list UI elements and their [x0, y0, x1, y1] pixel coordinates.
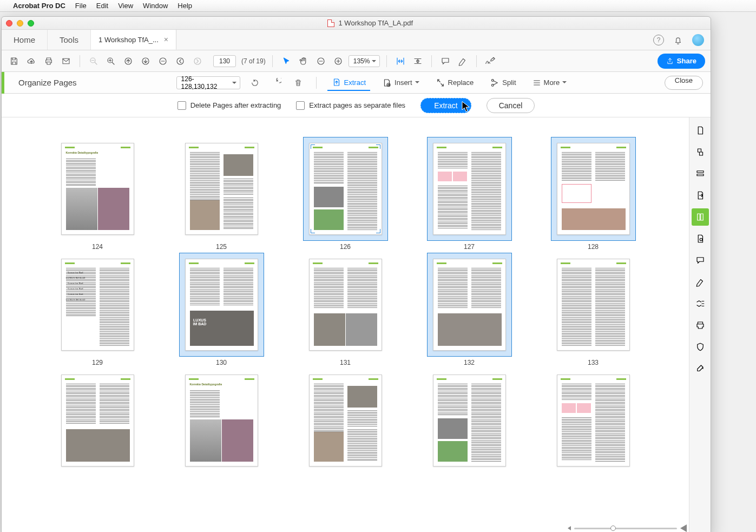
menubar-app[interactable]: Acrobat Pro DC [13, 2, 65, 10]
comment-icon[interactable] [438, 54, 452, 68]
save-icon[interactable] [7, 54, 21, 68]
page-thumbnail[interactable]: Korrekte Detailtypografie 124 [37, 137, 159, 251]
page-number-icon[interactable] [156, 54, 170, 68]
minimize-window-button[interactable] [17, 20, 23, 27]
page-thumbnails-grid[interactable]: Korrekte Detailtypografie 124 125 126 12… [2, 117, 689, 532]
insert-tool[interactable]: Insert [378, 75, 424, 91]
rail-enhance-icon[interactable] [692, 230, 709, 247]
rail-protect-icon[interactable] [692, 338, 709, 356]
extract-button[interactable]: Extract [420, 98, 471, 113]
rail-combine-icon[interactable] [692, 143, 709, 161]
fit-width-icon[interactable] [393, 54, 407, 68]
pdf-file-icon [327, 19, 334, 27]
rail-more-tools-icon[interactable] [692, 360, 709, 377]
right-tool-rail [689, 117, 711, 532]
more-tool[interactable]: More [528, 75, 571, 91]
rail-print-prod-icon[interactable] [692, 317, 709, 334]
close-tool-button[interactable]: Close [665, 76, 703, 90]
page-thumbnail[interactable]: Luxus im BadLUXUS IM BADLuxus im BadLuxu… [37, 253, 159, 366]
thumbnails-area: Korrekte Detailtypografie 124 125 126 12… [2, 117, 711, 532]
zoom-track[interactable] [574, 528, 677, 529]
checkbox-icon [178, 101, 186, 110]
zoom-in-icon[interactable] [331, 54, 345, 68]
page-thumbnail[interactable]: 127 [409, 137, 530, 251]
zoom-select[interactable]: 135% [349, 55, 380, 67]
menu-edit[interactable]: Edit [96, 2, 108, 10]
zoom-out-magnifier-icon[interactable] [87, 54, 101, 68]
delete-after-checkbox[interactable]: Delete Pages after extracting [178, 101, 281, 110]
page-range-input[interactable]: 126-128,130,132 [176, 76, 240, 89]
tools-link[interactable]: Tools [48, 30, 91, 50]
page-thumbnail[interactable]: LUXUSIM BAD 130 [161, 253, 282, 366]
thumbnail-zoom-slider[interactable] [568, 523, 687, 532]
rail-fill-sign-icon[interactable] [692, 273, 709, 291]
page-thumbnail[interactable] [37, 369, 159, 475]
notifications-bell-icon[interactable] [672, 34, 685, 47]
organize-pages-bar: Organize Pages 126-128,130,132 Extract I… [2, 72, 711, 94]
share-button[interactable]: Share [658, 54, 705, 69]
home-link[interactable]: Home [2, 30, 48, 50]
account-avatar[interactable] [692, 34, 704, 46]
page-thumbnail[interactable]: Korrekte Detailtypografie [161, 369, 282, 475]
page-thumbnail[interactable] [285, 369, 406, 475]
print-icon[interactable] [42, 54, 56, 68]
rotate-cw-icon[interactable] [269, 76, 284, 90]
zoom-small-icon [568, 526, 571, 530]
menu-help[interactable]: Help [178, 2, 192, 10]
close-window-button[interactable] [6, 20, 12, 27]
page-number-input[interactable] [213, 55, 236, 67]
page-thumbnail[interactable]: 132 [409, 253, 530, 366]
email-icon[interactable] [59, 54, 73, 68]
svg-rect-15 [697, 214, 700, 220]
hand-tool-icon[interactable] [297, 54, 311, 68]
page-thumbnail[interactable]: 126 [285, 137, 406, 251]
rail-comment-icon[interactable] [692, 252, 709, 269]
first-page-icon[interactable] [121, 54, 135, 68]
highlight-icon[interactable] [456, 54, 470, 68]
page-thumbnail[interactable]: 133 [533, 253, 654, 366]
page-thumbnail[interactable] [533, 369, 654, 475]
page-thumbnail[interactable]: 125 [161, 137, 282, 251]
rail-create-pdf-icon[interactable] [692, 122, 709, 139]
sign-icon[interactable] [483, 54, 497, 68]
help-icon[interactable]: ? [653, 35, 664, 45]
separate-files-checkbox[interactable]: Extract pages as separate files [296, 101, 405, 110]
page-number-label: 131 [285, 359, 406, 366]
svg-rect-16 [700, 214, 703, 220]
menu-file[interactable]: File [75, 2, 87, 10]
delete-icon[interactable] [291, 76, 305, 90]
zoom-in-magnifier-icon[interactable] [104, 54, 118, 68]
page-thumbnail[interactable]: 128 [533, 137, 654, 251]
extract-tool[interactable]: Extract [327, 75, 370, 91]
document-tab[interactable]: 1 Workshop TfA_... × [91, 30, 176, 50]
last-page-icon[interactable] [139, 54, 153, 68]
window-controls [6, 20, 34, 27]
zoom-window-button[interactable] [28, 20, 34, 27]
rail-edit-icon[interactable] [692, 165, 709, 182]
page-number-label: 127 [409, 243, 530, 251]
zoom-thumb[interactable] [610, 526, 616, 531]
page-thumbnail[interactable]: 131 [285, 253, 406, 366]
cloud-icon[interactable] [24, 54, 38, 68]
svg-point-6 [177, 58, 183, 64]
menu-window[interactable]: Window [143, 2, 168, 10]
fit-page-icon[interactable] [411, 54, 425, 68]
rail-organize-icon[interactable] [692, 208, 709, 226]
select-tool-icon[interactable] [279, 54, 293, 68]
tab-close-icon[interactable]: × [164, 35, 168, 44]
prev-page-icon[interactable] [173, 54, 187, 68]
page-number-label: 132 [409, 359, 530, 366]
rotate-ccw-icon[interactable] [248, 76, 262, 90]
zoom-out-icon[interactable] [314, 54, 328, 68]
rail-redact-icon[interactable] [692, 295, 709, 312]
page-number-label: 129 [37, 359, 159, 366]
replace-tool[interactable]: Replace [431, 75, 478, 91]
page-number-label: 126 [285, 243, 406, 251]
split-tool[interactable]: Split [485, 75, 520, 91]
rail-export-icon[interactable] [692, 187, 709, 204]
page-thumbnail[interactable] [409, 369, 530, 475]
next-page-icon[interactable] [190, 54, 205, 68]
cancel-button[interactable]: Cancel [487, 98, 535, 113]
menu-view[interactable]: View [118, 2, 133, 10]
extract-options-bar: Delete Pages after extracting Extract pa… [2, 94, 711, 117]
